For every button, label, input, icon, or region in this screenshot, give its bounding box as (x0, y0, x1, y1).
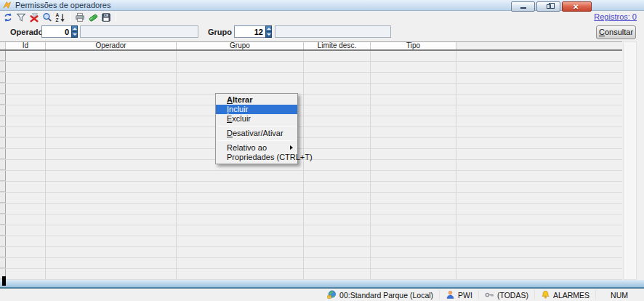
menu-item-desativar-ativar[interactable]: Desativar/Ativar (216, 129, 297, 138)
grid-cell[interactable] (177, 51, 304, 61)
grid-cell[interactable] (6, 236, 46, 246)
grid-cell[interactable] (46, 127, 177, 137)
grid-cell[interactable] (371, 269, 456, 279)
grid-cell[interactable] (46, 105, 177, 116)
grid-cell[interactable] (304, 160, 371, 170)
table-row[interactable] (0, 105, 622, 116)
grid-cell[interactable] (46, 116, 177, 127)
table-row[interactable] (0, 236, 622, 247)
row-selector-cell[interactable] (0, 258, 6, 268)
grid-cell[interactable] (456, 84, 622, 94)
grid-cell[interactable] (177, 62, 304, 72)
grid-cell[interactable] (371, 138, 456, 148)
grid-cell[interactable] (6, 95, 46, 105)
grid-cell[interactable] (371, 236, 456, 246)
save-icon[interactable] (101, 12, 111, 23)
grupo-spinner[interactable] (265, 25, 272, 38)
grid-cell[interactable] (46, 214, 177, 225)
grid-cell[interactable] (6, 160, 46, 170)
menu-item-relativo-ao[interactable]: Relativo ao (216, 143, 297, 153)
grid-cell[interactable] (6, 247, 46, 257)
menu-item-propriedades[interactable]: Propriedades (CTRL+T) (216, 153, 297, 162)
row-selector-cell[interactable] (0, 62, 6, 72)
grid-cell[interactable] (456, 247, 622, 257)
grid-cell[interactable] (177, 84, 304, 94)
column-header-operador[interactable]: Operador (46, 42, 177, 49)
spin-up-icon[interactable] (72, 26, 77, 32)
registros-link[interactable]: Registros: 0 (594, 12, 637, 21)
grid-cell[interactable] (46, 138, 177, 148)
grid-cell[interactable] (456, 149, 622, 159)
table-row[interactable] (0, 62, 622, 73)
grid-cell[interactable] (304, 73, 371, 83)
table-row[interactable] (0, 171, 622, 182)
grid-cell[interactable] (456, 258, 622, 268)
grid-cell[interactable] (46, 182, 177, 192)
grid-cell[interactable] (456, 193, 622, 203)
table-row[interactable] (0, 51, 622, 62)
grid-cell[interactable] (177, 204, 304, 214)
grid-cell[interactable] (456, 171, 622, 181)
operador-name-field[interactable] (80, 25, 198, 38)
grid-cell[interactable] (46, 149, 177, 159)
erase-icon[interactable] (88, 12, 98, 23)
grid-cell[interactable] (6, 182, 46, 192)
row-selector-cell[interactable] (0, 95, 6, 105)
column-header-tipo[interactable]: Tipo (371, 42, 456, 49)
grid-cell[interactable] (6, 258, 46, 268)
grid-cell[interactable] (6, 269, 46, 279)
grid-cell[interactable] (371, 116, 456, 127)
grid-cell[interactable] (46, 193, 177, 203)
grid-cell[interactable] (6, 105, 46, 116)
grid-cell[interactable] (177, 182, 304, 192)
grid-cell[interactable] (6, 225, 46, 236)
grid-cell[interactable] (456, 214, 622, 225)
grid-cell[interactable] (304, 138, 371, 148)
grid-cell[interactable] (371, 258, 456, 268)
grid-cell[interactable] (304, 193, 371, 203)
grid-cell[interactable] (304, 95, 371, 105)
grid-cell[interactable] (371, 225, 456, 236)
row-selector-cell[interactable] (0, 204, 6, 214)
grid-cell[interactable] (456, 225, 622, 236)
grid-cell[interactable] (371, 127, 456, 137)
grid-cell[interactable] (304, 204, 371, 214)
grid-cell[interactable] (304, 214, 371, 225)
grid-cell[interactable] (46, 204, 177, 214)
table-row[interactable] (0, 73, 622, 84)
row-selector-cell[interactable] (0, 127, 6, 137)
table-row[interactable] (0, 214, 622, 225)
column-header-limite[interactable]: Limite desc. (304, 42, 371, 49)
consultar-button[interactable]: Consultar (596, 25, 636, 39)
grid-cell[interactable] (6, 171, 46, 181)
print-icon[interactable] (75, 12, 85, 23)
grid-cell[interactable] (177, 193, 304, 203)
grid-cell[interactable] (6, 116, 46, 127)
row-selector-cell[interactable] (0, 193, 6, 203)
grid-cell[interactable] (456, 182, 622, 192)
grid-cell[interactable] (371, 84, 456, 94)
row-selector-cell[interactable] (0, 51, 6, 61)
row-selector-cell[interactable] (0, 116, 6, 127)
grid-cell[interactable] (456, 127, 622, 137)
grid-cell[interactable] (6, 62, 46, 72)
table-row[interactable] (0, 258, 622, 269)
operador-spinner[interactable] (71, 25, 78, 38)
grid-cell[interactable] (46, 62, 177, 72)
grid-cell[interactable] (177, 269, 304, 279)
grid-cell[interactable] (304, 105, 371, 116)
clear-filter-icon[interactable] (29, 12, 39, 23)
grid-cell[interactable] (456, 160, 622, 170)
grid-cell[interactable] (456, 51, 622, 61)
grid-cell[interactable] (46, 225, 177, 236)
grid-cell[interactable] (371, 214, 456, 225)
grid-cell[interactable] (6, 84, 46, 94)
sort-az-icon[interactable]: A Z (55, 12, 65, 23)
table-row[interactable] (0, 193, 622, 204)
grid-cell[interactable] (304, 247, 371, 257)
grid-cell[interactable] (371, 62, 456, 72)
row-selector-cell[interactable] (0, 160, 6, 170)
grid-cell[interactable] (177, 171, 304, 181)
grid-cell[interactable] (6, 51, 46, 61)
zoom-icon[interactable] (42, 12, 52, 23)
